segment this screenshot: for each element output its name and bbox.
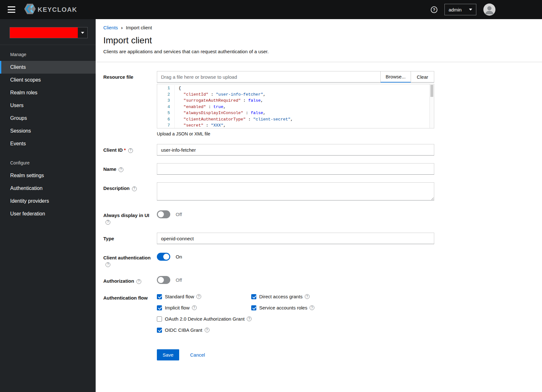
save-button[interactable]: Save — [157, 349, 179, 360]
browse-button[interactable]: Browse... — [380, 71, 411, 83]
sidebar-item-realm-settings[interactable]: Realm settings — [0, 169, 96, 182]
authentication-flow-label: Authentication flow — [103, 292, 157, 301]
always-display-toggle-wrap: Off — [157, 209, 434, 218]
authorization-toggle[interactable] — [157, 276, 170, 284]
sidebar-item-clients[interactable]: Clients — [0, 61, 96, 74]
checkbox-box — [157, 305, 162, 310]
always-display-help-icon[interactable]: ? — [106, 220, 110, 225]
toggle-state-label: Off — [176, 212, 182, 217]
client-id-help-icon[interactable]: ? — [128, 148, 133, 153]
sidebar: Manage Clients Client scopes Realm roles… — [0, 19, 96, 392]
authorization-toggle-wrap: Off — [157, 275, 434, 284]
help-icon[interactable]: ? — [431, 6, 437, 13]
oauth-device-grant-help-icon[interactable]: ? — [247, 316, 252, 321]
chevron-down-icon — [81, 32, 84, 34]
nav-heading: Configure — [0, 160, 96, 169]
keycloak-logo-icon — [24, 4, 36, 16]
name-input[interactable] — [157, 163, 434, 175]
sidebar-item-sessions[interactable]: Sessions — [0, 125, 96, 137]
oidc-ciba-grant-help-icon[interactable]: ? — [205, 328, 209, 332]
always-display-row: Always display in UI? Off — [103, 209, 534, 225]
direct-access-grants-help-icon[interactable]: ? — [305, 294, 310, 299]
client-id-label: Client ID*? — [103, 144, 157, 153]
name-row: Name? — [103, 163, 534, 175]
checkbox-oidc-ciba-grant[interactable]: OIDC CIBA Grant ? — [157, 327, 314, 333]
nav-heading: Manage — [0, 52, 96, 61]
standard-flow-help-icon[interactable]: ? — [196, 294, 201, 299]
checkbox-box — [251, 294, 256, 299]
realm-name-redacted — [10, 27, 78, 38]
authorization-label: Authorization? — [103, 275, 157, 284]
breadcrumb-current: Import client — [126, 25, 152, 30]
authentication-flow-options: Standard flow ? Direct access grants ? I… — [157, 292, 434, 333]
breadcrumb-link-clients[interactable]: Clients — [103, 25, 118, 30]
description-help-icon[interactable]: ? — [132, 186, 137, 191]
main-content: Clients › Import client Import client Cl… — [96, 19, 542, 392]
always-display-toggle[interactable] — [157, 210, 170, 218]
description-textarea[interactable] — [157, 182, 434, 200]
service-accounts-roles-help-icon[interactable]: ? — [310, 305, 314, 310]
sidebar-item-realm-roles[interactable]: Realm roles — [0, 86, 96, 99]
chevron-down-icon — [469, 9, 472, 11]
nav-section-configure: Configure Realm settings Authentication … — [0, 160, 96, 220]
checkbox-direct-access-grants[interactable]: Direct access grants ? — [251, 294, 314, 299]
hamburger-icon — [8, 6, 15, 7]
keycloak-logo: KEYCLOAK — [24, 4, 77, 16]
file-upload-input[interactable] — [157, 71, 380, 83]
breadcrumb-separator-icon: › — [121, 25, 123, 30]
realm-selector[interactable] — [10, 27, 88, 38]
checkbox-standard-flow[interactable]: Standard flow ? — [157, 294, 251, 299]
checkbox-service-accounts-roles[interactable]: Service accounts roles ? — [251, 305, 314, 310]
clear-button[interactable]: Clear — [411, 71, 434, 83]
sidebar-item-groups[interactable]: Groups — [0, 112, 96, 125]
realm-selector-area — [0, 19, 96, 45]
type-label: Type — [103, 233, 157, 242]
always-display-label: Always display in UI? — [103, 209, 157, 225]
code-gutter: 1234567 — [157, 85, 174, 128]
toggle-state-label: On — [176, 254, 182, 259]
code-editor[interactable]: 1234567 { "clientId" : "user-info-fetche… — [157, 84, 434, 128]
sidebar-item-user-federation[interactable]: User federation — [0, 207, 96, 220]
nav-toggle-button[interactable] — [8, 6, 15, 13]
checkbox-implicit-flow[interactable]: Implicit flow ? — [157, 305, 251, 310]
name-help-icon[interactable]: ? — [119, 167, 123, 172]
sidebar-item-authentication[interactable]: Authentication — [0, 182, 96, 195]
upload-helper-text: Upload a JSON or XML file — [157, 131, 434, 136]
breadcrumb: Clients › Import client — [103, 25, 534, 30]
checkbox-box — [157, 328, 162, 333]
sidebar-item-client-scopes[interactable]: Client scopes — [0, 74, 96, 86]
nav-section-manage: Manage Clients Client scopes Realm roles… — [0, 52, 96, 150]
authentication-flow-row: Authentication flow Standard flow ? Dire… — [103, 292, 534, 333]
realm-caret-box — [78, 27, 87, 38]
cancel-button[interactable]: Cancel — [190, 352, 205, 358]
sidebar-item-users[interactable]: Users — [0, 99, 96, 112]
implicit-flow-help-icon[interactable]: ? — [192, 305, 197, 310]
checkbox-box — [251, 305, 256, 310]
code-lines: { "clientId" : "user-info-fetcher", "sur… — [174, 85, 434, 128]
sidebar-item-identity-providers[interactable]: Identity providers — [0, 195, 96, 207]
user-menu-dropdown[interactable]: admin — [444, 4, 476, 15]
import-client-form: Resource file Browse... Clear 1234567 { … — [96, 62, 542, 360]
checkbox-oauth-device-grant[interactable]: OAuth 2.0 Device Authorization Grant ? — [157, 316, 314, 322]
resource-file-label: Resource file — [103, 71, 157, 80]
description-row: Description? — [103, 182, 534, 202]
name-label: Name? — [103, 163, 157, 172]
file-upload-group: Browse... Clear — [157, 71, 434, 83]
client-id-input[interactable] — [157, 144, 434, 156]
sidebar-item-events[interactable]: Events — [0, 137, 96, 150]
authorization-row: Authorization? Off — [103, 275, 534, 284]
editor-scrollbar[interactable] — [429, 84, 434, 128]
authorization-help-icon[interactable]: ? — [136, 279, 141, 284]
client-authentication-label: Client authentication? — [103, 252, 157, 267]
avatar[interactable] — [483, 4, 495, 16]
form-actions-row: Save Cancel — [103, 349, 534, 360]
resource-file-row: Resource file Browse... Clear 1234567 { … — [103, 71, 534, 136]
client-authentication-toggle[interactable] — [157, 253, 170, 261]
client-authentication-help-icon[interactable]: ? — [106, 262, 110, 267]
required-asterisk: * — [124, 147, 126, 153]
page-title: Import client — [103, 35, 534, 46]
brand-text: KEYCLOAK — [38, 6, 77, 13]
type-input[interactable] — [157, 233, 434, 244]
checkbox-box — [157, 316, 162, 322]
type-row: Type — [103, 233, 534, 244]
